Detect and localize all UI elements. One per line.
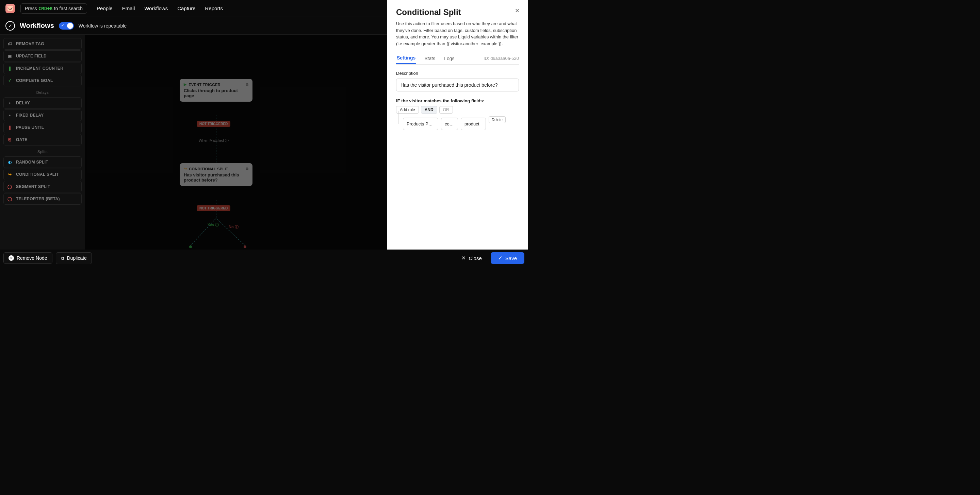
- or-button[interactable]: OR: [439, 106, 453, 114]
- panel-close-icon[interactable]: [514, 8, 520, 14]
- segment-split-icon: ◯: [7, 184, 13, 189]
- sidebar-conditional-split[interactable]: ↪CONDITIONAL SPLIT: [3, 169, 82, 180]
- rule-value-input[interactable]: product: [461, 117, 486, 130]
- remove-node-button[interactable]: ✕ Remove Node: [3, 252, 52, 264]
- nav-reports[interactable]: Reports: [205, 5, 223, 11]
- repeatable-toggle[interactable]: ✓: [59, 22, 74, 30]
- nav-workflows[interactable]: Workflows: [144, 5, 168, 11]
- tab-logs[interactable]: Logs: [443, 53, 455, 64]
- sidebar-gate[interactable]: ⎘GATE: [3, 134, 82, 146]
- tag-icon: 🏷: [7, 41, 13, 47]
- settings-panel: Conditional Split Use this action to fil…: [387, 0, 528, 249]
- panel-tabs: Settings Stats Logs ID: d6a3aa0a-520: [396, 52, 519, 65]
- conditional-split-icon: ↪: [7, 172, 13, 177]
- duplicate-icon: ⧉: [61, 255, 64, 261]
- random-split-icon: ◐: [7, 159, 13, 165]
- sidebar-complete-goal[interactable]: ✓COMPLETE GOAL: [3, 75, 82, 86]
- delay-icon: •: [7, 100, 13, 106]
- sidebar-increment-counter[interactable]: ‖INCREMENT COUNTER: [3, 63, 82, 74]
- bottom-bar: ✕ Remove Node ⧉ Duplicate ✕ Close ✓ Save: [0, 249, 528, 267]
- save-button[interactable]: ✓ Save: [491, 252, 524, 264]
- sidebar-segment-split[interactable]: ◯SEGMENT SPLIT: [3, 181, 82, 192]
- panel-id: ID: d6a3aa0a-520: [484, 56, 519, 61]
- description-input[interactable]: [396, 79, 519, 92]
- page-title: Workflows: [20, 22, 54, 30]
- close-x-icon: ✕: [461, 255, 466, 261]
- delete-rule-button[interactable]: Delete: [488, 116, 506, 123]
- panel-title: Conditional Split: [396, 8, 519, 17]
- rule-field-select[interactable]: Products Purchased: [403, 117, 438, 130]
- search-box[interactable]: Press CMD+K to fast search: [21, 3, 87, 14]
- duplicate-button[interactable]: ⧉ Duplicate: [56, 252, 92, 264]
- counter-icon: ‖: [7, 66, 13, 71]
- search-suffix: to fast search: [54, 6, 83, 11]
- sidebar-update-field[interactable]: ▣UPDATE FIELD: [3, 50, 82, 62]
- nav-people[interactable]: People: [97, 5, 113, 11]
- sidebar-random-split[interactable]: ◐RANDOM SPLIT: [3, 156, 82, 168]
- tab-stats[interactable]: Stats: [424, 53, 436, 64]
- and-button[interactable]: AND: [421, 106, 437, 114]
- field-icon: ▣: [7, 53, 13, 59]
- close-button[interactable]: ✕ Close: [456, 252, 487, 264]
- sidebar-heading-splits: Splits: [3, 146, 82, 156]
- match-label: IF the visitor matches the following fie…: [396, 98, 519, 103]
- sidebar-delay[interactable]: •DELAY: [3, 97, 82, 109]
- rule-operator-select[interactable]: contains: [441, 117, 458, 130]
- app-logo[interactable]: 🐷: [5, 4, 15, 13]
- rule-row: Products Purchased contains product Dele…: [403, 117, 519, 130]
- workflow-check-icon: ✓: [5, 21, 15, 30]
- goal-icon: ✓: [7, 78, 13, 83]
- tab-settings[interactable]: Settings: [396, 52, 416, 64]
- teleporter-icon: ◯: [7, 196, 13, 201]
- nav-capture[interactable]: Capture: [177, 5, 195, 11]
- sidebar-heading-delays: Delays: [3, 87, 82, 97]
- pause-icon: ‖: [7, 125, 13, 130]
- description-label: Description: [396, 71, 519, 76]
- gate-icon: ⎘: [7, 137, 13, 143]
- panel-description: Use this action to filter users based on…: [396, 21, 519, 47]
- sidebar-teleporter[interactable]: ◯TELEPORTER (BETA): [3, 193, 82, 205]
- fixed-delay-icon: •: [7, 113, 13, 118]
- search-prefix: Press: [25, 6, 37, 11]
- remove-icon: ✕: [8, 255, 14, 261]
- nav-links: People Email Workflows Capture Reports: [97, 5, 223, 11]
- cmd-k-shortcut: CMD+K: [38, 6, 53, 11]
- nav-email[interactable]: Email: [122, 5, 135, 11]
- sidebar: 🏷REMOVE TAG ▣UPDATE FIELD ‖INCREMENT COU…: [0, 35, 85, 267]
- sidebar-pause-until[interactable]: ‖PAUSE UNTIL: [3, 122, 82, 133]
- rule-bar: Add rule AND OR: [396, 106, 519, 114]
- repeatable-label: Workflow is repeatable: [79, 23, 127, 29]
- sidebar-fixed-delay[interactable]: •FIXED DELAY: [3, 109, 82, 121]
- check-icon: ✓: [498, 255, 503, 261]
- sidebar-remove-tag[interactable]: 🏷REMOVE TAG: [3, 38, 82, 50]
